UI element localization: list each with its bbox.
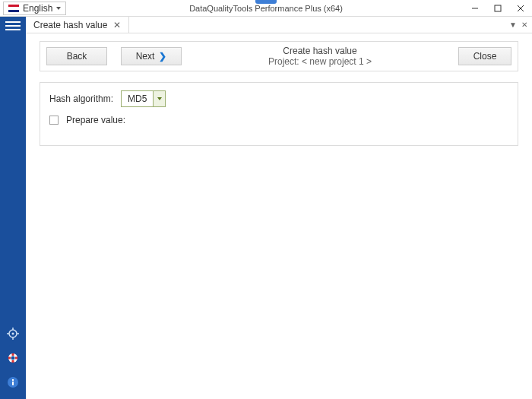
svg-rect-18 [12,379,14,381]
svg-point-11 [11,356,15,360]
svg-point-5 [12,333,14,335]
prepare-value-label: Prepare value: [66,115,125,125]
language-selector[interactable]: English [3,2,66,15]
back-button-label: Back [67,51,87,62]
menu-button[interactable] [5,20,21,32]
select-dropdown-button[interactable] [153,91,165,106]
tab-create-hash-value[interactable]: Create hash value ✕ [26,17,129,33]
svg-rect-1 [495,5,501,11]
wizard-title: Create hash value [195,46,445,56]
close-button-label: Close [473,51,497,62]
chevron-right-icon: ❯ [159,51,166,62]
wizard-header-panel: Back Next ❯ Create hash value Project: <… [40,41,518,71]
wizard-subtitle: Project: < new project 1 > [195,56,445,67]
svg-rect-17 [12,382,14,385]
close-button[interactable]: Close [458,47,511,65]
maximize-button[interactable] [486,0,509,17]
close-icon [517,5,524,12]
flag-icon [8,5,19,12]
form-panel: Hash algorithm: MD5 Prepare value: [40,82,518,146]
tab-close-icon[interactable]: ✕ [113,20,121,30]
maximize-icon [494,5,502,12]
info-button[interactable] [5,375,21,390]
help-button[interactable] [5,350,21,366]
gear-icon [7,328,19,340]
tab-menu-caret-icon[interactable]: ▼ [509,21,517,29]
chevron-down-icon [56,7,61,10]
prepare-value-checkbox[interactable] [49,116,59,125]
language-label: English [23,3,52,14]
back-button[interactable]: Back [46,47,107,65]
lifebuoy-icon [7,352,19,364]
tab-strip: Create hash value ✕ ▼ ✕ [26,17,532,33]
tab-menu-close-icon[interactable]: ✕ [521,21,527,29]
tab-label: Create hash value [33,20,107,30]
info-icon [7,376,19,388]
next-button-label: Next [136,51,155,62]
next-button[interactable]: Next ❯ [121,47,182,65]
window-title: DataQualityTools Performance Plus (x64) [189,4,343,13]
hash-algorithm-label: Hash algorithm: [49,93,113,104]
title-bar: English DataQualityTools Performance Plu… [0,0,532,17]
chevron-down-icon [157,97,162,100]
minimize-icon [471,5,479,12]
window-controls [464,0,532,17]
hash-algorithm-select[interactable]: MD5 [121,90,166,107]
main-area: Create hash value ✕ ▼ ✕ Back Next ❯ Crea… [26,17,532,399]
hash-algorithm-value: MD5 [122,93,153,104]
minimize-button[interactable] [464,0,486,17]
settings-button[interactable] [5,326,21,341]
sidebar [0,17,26,399]
close-window-button[interactable] [509,0,532,17]
